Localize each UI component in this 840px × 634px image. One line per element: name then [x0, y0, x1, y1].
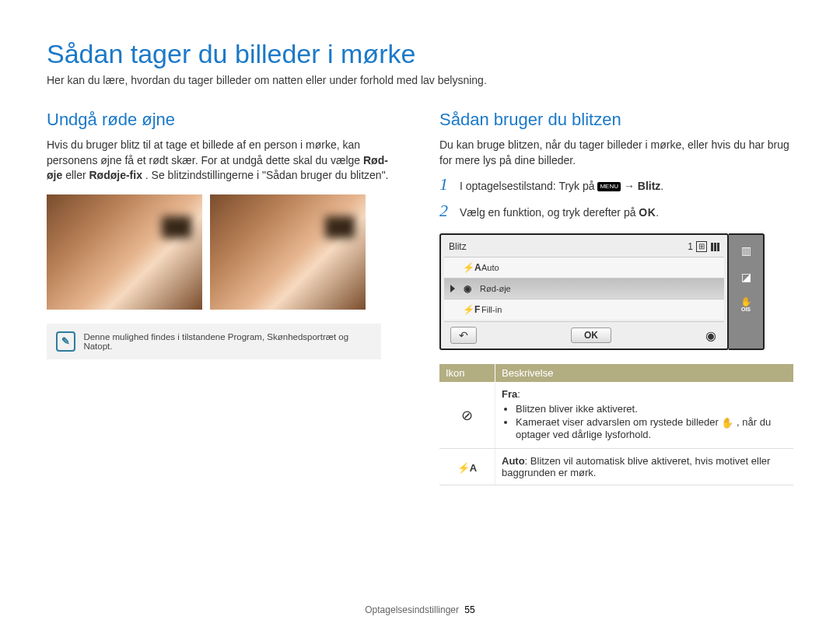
side-strip: ▥ ◪ ✋ OIS	[729, 233, 765, 350]
flash-fillin-icon: ⚡F	[463, 304, 475, 315]
right-column: Sådan bruger du blitzen Du kan bruge bli…	[439, 110, 793, 485]
table-row: ⚡A Auto: Blitzen vil automatisk blive ak…	[439, 449, 793, 485]
battery-icon	[710, 243, 719, 251]
th-desc: Beskrivelse	[495, 364, 794, 382]
page-footer: Optagelsesindstillinger 55	[0, 604, 840, 615]
left-para-pre: Hvis du bruger blitz til at tage et bill…	[47, 138, 363, 166]
row-off-bullet1: Blitzen bliver ikke aktiveret.	[516, 403, 787, 415]
note-box: ✎ Denne mulighed findes i tilstandene Pr…	[47, 324, 381, 359]
row-desc-off: Fra: Blitzen bliver ikke aktiveret. Kame…	[495, 382, 794, 449]
row-off-title: Fra	[502, 388, 517, 400]
example-photo-corrected	[210, 194, 366, 310]
step-1-dot: .	[660, 180, 663, 192]
flash-description-table: Ikon Beskrivelse ⊘ Fra: Blitzen bliver i…	[439, 364, 793, 485]
step-1-bold: Blitz	[638, 180, 661, 192]
flash-auto-icon: ⚡A	[463, 262, 475, 273]
left-paragraph: Hvis du bruger blitz til at tage et bill…	[47, 138, 401, 184]
ois-label: OIS	[741, 306, 751, 312]
flash-fillin-label: Fill-in	[481, 305, 502, 314]
camera-screen: Blitz 1 ⊞ ⚡A Auto	[439, 233, 766, 350]
mode-icon: ◪	[741, 271, 751, 283]
flash-redeye-icon: ◉	[461, 283, 474, 294]
left-bold-redeyefix: Rødøje-fix	[89, 169, 142, 181]
selection-marker-icon	[450, 285, 455, 292]
flash-off-icon: ⊘	[461, 408, 473, 423]
footer-section: Optagelsesindstillinger	[365, 604, 459, 615]
row-auto-title: Auto	[502, 455, 525, 467]
ok-button[interactable]: OK	[571, 328, 611, 343]
row-off-bullet2: Kameraet viser advarslen om rystede bill…	[516, 416, 787, 440]
footer-page-number: 55	[464, 604, 474, 615]
screen-counter: 1	[688, 241, 693, 252]
row-auto-desc: : Blitzen vil automatisk blive aktiveret…	[502, 455, 770, 478]
step-2-number: 2	[439, 201, 453, 221]
step-2-dot: .	[656, 206, 659, 219]
row-desc-auto: Auto: Blitzen vil automatisk blive aktiv…	[495, 449, 794, 485]
example-photo-row	[47, 194, 401, 310]
ok-inline-icon: OK	[639, 206, 656, 219]
step-1: 1 I optagelsestilstand: Tryk på MENU → B…	[439, 174, 793, 194]
page-title: Sådan tager du billeder i mørke	[47, 39, 793, 69]
row-icon-off: ⊘	[439, 382, 495, 449]
flash-auto-row-icon: ⚡A	[457, 462, 477, 474]
step-2-pre: Vælg en funktion, og tryk derefter på	[460, 206, 639, 219]
step-1-number: 1	[439, 174, 453, 194]
histogram-icon: ▥	[741, 244, 751, 257]
row-icon-auto: ⚡A	[439, 449, 495, 485]
example-photo-red-eye	[47, 194, 202, 310]
left-column: Undgå røde øjne Hvis du bruger blitz til…	[47, 110, 401, 485]
flash-option-auto[interactable]: ⚡A Auto	[444, 257, 724, 278]
arrow-icon: →	[624, 180, 638, 192]
left-para-mid: eller	[65, 169, 89, 181]
page-subtitle: Her kan du lære, hvordan du tager billed…	[47, 74, 793, 86]
th-icon: Ikon	[439, 364, 495, 382]
flash-auto-label: Auto	[481, 263, 499, 272]
aspect-icon: ⊞	[696, 241, 707, 252]
shake-warning-icon: ✋	[721, 417, 733, 429]
ois-icon: ✋ OIS	[740, 297, 752, 312]
step-1-pre: I optagelsestilstand: Tryk på	[460, 180, 597, 192]
redeye-indicator-icon: ◉	[705, 328, 716, 343]
step-1-text: I optagelsestilstand: Tryk på MENU → Bli…	[460, 180, 663, 192]
flash-option-redeye[interactable]: ◉ Rød-øje	[444, 278, 724, 299]
right-paragraph: Du kan bruge blitzen, når du tager bille…	[439, 138, 793, 168]
menu-icon: MENU	[597, 182, 621, 191]
note-text: Denne mulighed findes i tilstandene Prog…	[83, 332, 372, 351]
flash-option-fillin[interactable]: ⚡F Fill-in	[444, 299, 724, 320]
step-2: 2 Vælg en funktion, og tryk derefter på …	[439, 201, 793, 221]
screen-title: Blitz	[449, 241, 467, 252]
back-button[interactable]: ↶	[450, 327, 477, 344]
heading-avoid-red-eye: Undgå røde øjne	[47, 110, 401, 130]
row-off-b2a: Kameraet viser advarslen om rystede bill…	[516, 416, 721, 428]
flash-option-list: ⚡A Auto ◉ Rød-øje ⚡F Fill-in	[444, 257, 724, 320]
table-row: ⊘ Fra: Blitzen bliver ikke aktiveret. Ka…	[439, 382, 793, 449]
note-icon: ✎	[56, 331, 75, 352]
left-para-post: . Se blitzindstillingerne i "Sådan bruge…	[145, 169, 389, 181]
step-2-text: Vælg en funktion, og tryk derefter på OK…	[460, 206, 659, 219]
flash-redeye-label: Rød-øje	[480, 284, 511, 293]
heading-use-flash: Sådan bruger du blitzen	[439, 110, 793, 130]
